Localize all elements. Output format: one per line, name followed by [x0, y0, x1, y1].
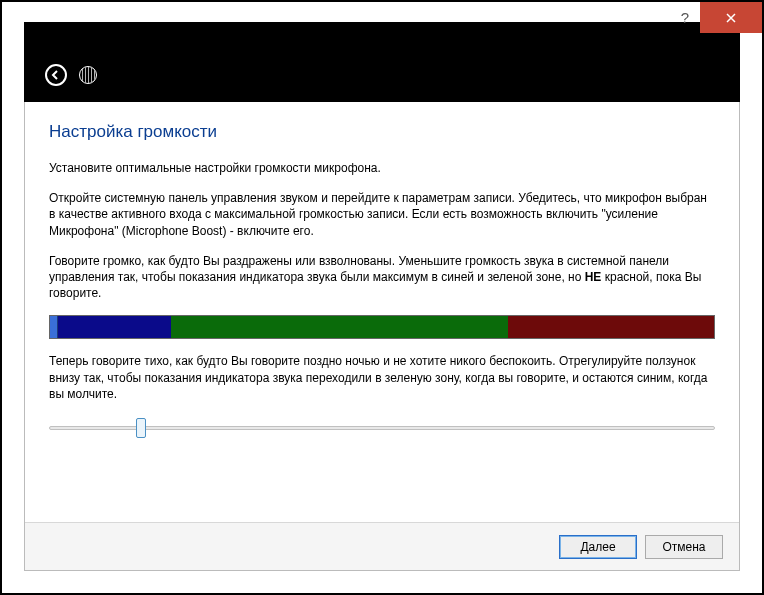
main-panel: Настройка громкости Установите оптимальн… — [24, 102, 740, 571]
dialog-footer: Далее Отмена — [25, 522, 739, 570]
titlebar: ? — [2, 2, 762, 33]
instruction-3: Говорите громко, как будто Вы раздражены… — [49, 253, 715, 302]
volume-meter — [49, 315, 715, 339]
nav-row — [45, 64, 97, 86]
instruction-3a: Говорите громко, как будто Вы раздражены… — [49, 254, 669, 284]
volume-meter-blue-zone — [58, 316, 171, 338]
header-black-bar — [24, 22, 740, 102]
next-button[interactable]: Далее — [559, 535, 637, 559]
microphone-icon — [79, 66, 97, 84]
help-icon[interactable]: ? — [670, 2, 700, 33]
content-area: Настройка громкости Установите оптимальн… — [25, 102, 739, 440]
instruction-3-bold: НЕ — [585, 270, 602, 284]
volume-meter-cursor — [50, 316, 58, 338]
back-button[interactable] — [45, 64, 67, 86]
window-frame: ? Настройка громкости Установите оптимал… — [0, 0, 764, 595]
slider-track — [49, 426, 715, 430]
page-title: Настройка громкости — [49, 122, 715, 142]
instruction-1: Установите оптимальные настройки громкос… — [49, 160, 715, 176]
close-button[interactable] — [700, 2, 762, 33]
cancel-button[interactable]: Отмена — [645, 535, 723, 559]
next-rest: алее — [589, 540, 616, 554]
instruction-4: Теперь говорите тихо, как будто Вы говор… — [49, 353, 715, 402]
sensitivity-slider[interactable] — [49, 416, 715, 440]
next-underline: Д — [580, 540, 588, 554]
volume-meter-green-zone — [171, 316, 508, 338]
slider-thumb[interactable] — [136, 418, 146, 438]
volume-meter-red-zone — [508, 316, 714, 338]
instruction-2: Откройте системную панель управления зву… — [49, 190, 715, 239]
